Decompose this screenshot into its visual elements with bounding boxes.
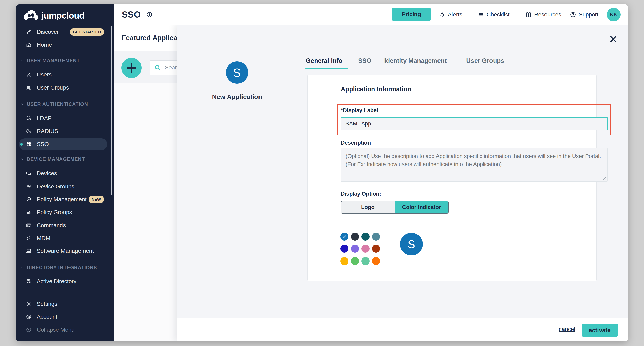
sidebar-item-label: User Groups [37,84,69,91]
color-swatch[interactable] [362,257,370,265]
logo-option[interactable]: Logo [341,201,394,213]
display-label-input[interactable] [341,117,608,130]
sidebar-item-discover[interactable]: Discover GET STARTED [19,26,107,38]
sidebar-item-label: Policy Management [37,196,86,203]
sidebar-item-label: Discover [37,29,59,35]
venn-icon [26,184,32,190]
sidebar-scrollbar[interactable] [111,26,112,195]
sidebar-item-label: Commands [37,222,66,229]
color-swatch[interactable] [351,257,359,265]
sidebar-item-active-directory[interactable]: Active Directory [19,275,107,287]
section-device-management[interactable]: DEVICE MANAGEMENT [21,156,85,162]
tab-general-info[interactable]: General Info [306,55,342,66]
color-swatch[interactable] [351,245,359,253]
sidebar: jumpcloud Discover GET STARTED Home USER… [16,5,114,341]
sidebar-item-label: Account [37,314,57,320]
color-swatch[interactable] [372,233,380,241]
chevron-down-icon [21,102,24,106]
sidebar-item-label: MDM [37,235,50,241]
radar-icon [26,128,32,134]
display-option-label: Display Option: [341,191,381,197]
search-icon [154,64,161,71]
sidebar-item-label: SSO [37,141,49,147]
sidebar-item-user-groups[interactable]: User Groups [19,82,107,94]
active-tab-underline [306,68,348,69]
sidebar-item-devices[interactable]: Devices [19,167,107,179]
sidebar-item-device-groups[interactable]: Device Groups [19,181,107,193]
app-grid-icon [26,141,32,147]
policy-icon [26,197,32,202]
description-textarea[interactable] [341,148,608,182]
apple-icon [26,235,32,241]
card-title: Application Information [341,85,411,93]
sidebar-item-label: Active Directory [37,278,76,285]
policy-group-icon [26,210,32,215]
display-label-label: *Display Label [341,107,378,114]
avatar[interactable]: KK [607,8,620,22]
tab-sso[interactable]: SSO [358,55,371,66]
checklist-icon [478,11,484,18]
home-icon [26,42,32,48]
section-directory-integrations[interactable]: DIRECTORY INTEGRATIONS [21,265,97,270]
color-indicator-option[interactable]: Color Indicator [394,201,448,213]
sidebar-item-sso[interactable]: SSO [19,138,107,150]
chevron-down-icon [21,157,24,161]
sidebar-item-policy-management[interactable]: Policy Management NEW [19,194,107,205]
sidebar-item-label: Settings [37,301,57,307]
tab-user-groups[interactable]: User Groups [466,55,504,66]
section-user-authentication[interactable]: USER AUTHENTICATION [21,101,88,107]
screenshot-backdrop: jumpcloud Discover GET STARTED Home USER… [0,0,644,346]
new-badge: NEW [89,196,104,203]
application-information-card: Application Information *Display Label D… [308,75,597,281]
user-icon [26,72,32,77]
rocket-icon [26,29,32,35]
tab-identity-management[interactable]: Identity Management [384,55,446,66]
section-user-management[interactable]: USER MANAGEMENT [21,58,80,63]
sidebar-item-users[interactable]: Users [19,69,107,80]
sidebar-item-account[interactable]: Account [19,311,107,323]
checklist-button[interactable]: Checklist [478,5,510,25]
bell-icon [439,11,446,18]
sidebar-item-label: RADIUS [37,128,58,134]
sidebar-item-radius[interactable]: RADIUS [19,125,107,137]
sidebar-item-ldap[interactable]: LDAP [19,112,107,124]
cancel-button[interactable]: cancel [558,326,576,333]
modal-footer: cancel activate [178,318,628,341]
color-swatch-selected[interactable] [340,233,348,241]
account-icon [26,314,32,320]
app-initial-badge: S [226,61,248,84]
pricing-button[interactable]: Pricing [392,8,431,21]
add-application-button[interactable] [121,58,142,78]
color-swatch[interactable] [340,245,348,253]
sidebar-item-label: Collapse Menu [37,326,75,333]
close-icon[interactable] [609,35,618,44]
color-swatch[interactable] [351,233,359,241]
sidebar-item-mdm[interactable]: MDM [19,232,107,244]
color-swatch[interactable] [340,257,348,265]
alerts-button[interactable]: Alerts [439,5,462,25]
book-icon [525,11,532,18]
color-swatch[interactable] [362,233,370,241]
software-icon [26,248,32,254]
sidebar-item-home[interactable]: Home [19,39,107,51]
collapse-icon [26,327,32,333]
support-button[interactable]: Support [570,5,598,25]
chevron-down-icon [21,266,24,269]
resources-button[interactable]: Resources [525,5,561,25]
display-option-toggle: Logo Color Indicator [341,201,448,214]
color-swatch[interactable] [372,245,380,253]
sidebar-item-label: Device Groups [37,183,74,190]
directory-icon [26,279,32,284]
sidebar-item-commands[interactable]: Commands [19,220,107,231]
sidebar-item-software-management[interactable]: Software Management [19,245,107,257]
sidebar-item-collapse-menu[interactable]: Collapse Menu [19,324,107,336]
info-icon[interactable] [146,11,153,18]
color-swatch[interactable] [362,245,370,253]
sidebar-item-policy-groups[interactable]: Policy Groups [19,207,107,218]
color-swatch[interactable] [372,257,380,265]
jumpcloud-logo[interactable]: jumpcloud [22,9,84,22]
page-title: SSO [122,10,140,20]
activate-button[interactable]: activate [582,324,618,337]
sidebar-item-label: Software Management [37,248,94,254]
sidebar-item-settings[interactable]: Settings [19,298,107,310]
